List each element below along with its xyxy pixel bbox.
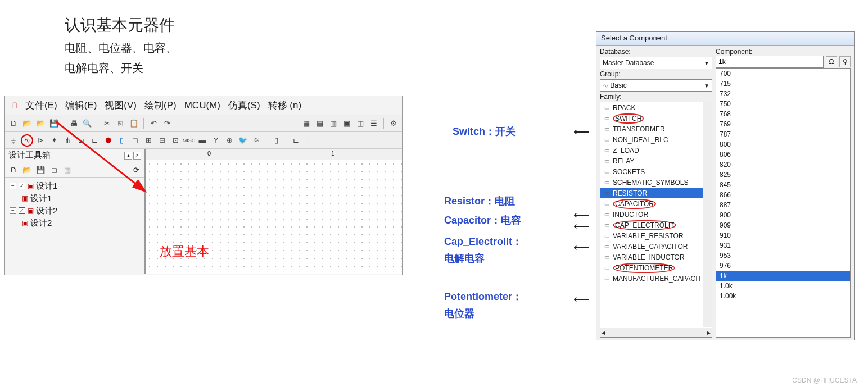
component-item[interactable]: 768 [716, 109, 850, 119]
component-item[interactable]: 909 [716, 220, 850, 230]
panel-close-icon[interactable]: × [133, 152, 141, 160]
pt-b-icon[interactable]: ◻ [49, 165, 59, 175]
family-item[interactable]: ▭RELAY [600, 156, 712, 166]
component-input[interactable] [716, 56, 824, 68]
family-item[interactable]: ▭INDUCTOR [600, 209, 712, 220]
family-item[interactable]: ▭SOCKETS [600, 166, 712, 177]
family-item[interactable]: ▭MANUFACTURER_CAPACIT [600, 273, 712, 284]
component-item[interactable]: 887 [716, 200, 850, 210]
undo-icon[interactable]: ↶ [147, 117, 160, 130]
component-item[interactable]: 866 [716, 190, 850, 200]
family-item[interactable]: ▭TRANSFORMER [600, 124, 712, 134]
t2-k-icon[interactable]: MISC [183, 134, 195, 147]
t2-n-icon[interactable]: ⊕ [223, 134, 236, 147]
tree-node-1[interactable]: − ✓ ▣ 设计1 [10, 180, 141, 192]
pt-open-icon[interactable]: 📂 [22, 165, 32, 175]
database-combo[interactable]: Master Database ▼ [600, 57, 712, 69]
t2-d-icon[interactable]: ⊏ [88, 134, 101, 147]
hscrollbar[interactable]: ◂▸ [600, 328, 712, 337]
tb-c-icon[interactable]: ▥ [327, 117, 340, 130]
family-item[interactable]: ▭VARIABLE_INDUCTOR [600, 252, 712, 262]
family-item[interactable]: ▭NON_IDEAL_RLC [600, 134, 712, 145]
t2-p-icon[interactable]: ≋ [250, 134, 263, 147]
tree-node-1a[interactable]: ▣ 设计1 [22, 192, 141, 204]
ground-icon[interactable]: ⏚ [7, 134, 20, 147]
family-item[interactable]: ▭RPACK [600, 102, 712, 113]
family-item[interactable]: ▭CAPACITOR [600, 198, 712, 209]
t2-c-icon[interactable]: ⊐ [75, 134, 87, 147]
t2-m-icon[interactable]: Y [210, 134, 222, 147]
component-item[interactable]: 1.00k [716, 291, 850, 301]
pt-new-icon[interactable]: 🗋 [8, 165, 19, 175]
t2-s-icon[interactable]: ⌐ [303, 134, 315, 147]
component-item[interactable]: 750 [716, 99, 850, 109]
tb-e-icon[interactable]: ◫ [354, 117, 367, 130]
family-item[interactable]: ▭SCHEMATIC_SYMBOLS [600, 177, 712, 188]
t2-l-icon[interactable]: ▬ [196, 134, 209, 147]
component-item[interactable]: 787 [716, 129, 850, 139]
family-item[interactable]: ▭VARIABLE_RESISTOR [600, 230, 712, 241]
component-item[interactable]: 976 [716, 261, 850, 271]
pt-d-icon[interactable]: ⟳ [131, 165, 141, 175]
menu-sim[interactable]: 仿真(S) [228, 99, 260, 112]
family-item[interactable]: ▭Z_LOAD [600, 145, 712, 156]
menu-file[interactable]: 文件(E) [25, 99, 57, 112]
paste-icon[interactable]: 📋 [128, 117, 140, 130]
component-item[interactable]: 820 [716, 160, 850, 170]
checkbox-icon[interactable]: ✓ [19, 207, 25, 214]
tb-d-icon[interactable]: ▣ [341, 117, 353, 130]
menu-view[interactable]: 视图(V) [105, 99, 137, 112]
preview-icon[interactable]: 🔍 [81, 117, 93, 130]
open2-icon[interactable]: 📂 [34, 117, 47, 130]
source-icon[interactable]: ∿ [21, 134, 33, 147]
tree-node-2a[interactable]: ▣ 设计2 [22, 217, 141, 229]
collapse-icon[interactable]: − [10, 183, 16, 189]
family-item[interactable]: ▭VARIABLE_CAPACITOR [600, 241, 712, 252]
t2-h-icon[interactable]: ⊞ [142, 134, 155, 147]
t2-g-icon[interactable]: ◻ [129, 134, 141, 147]
t2-e-icon[interactable]: ⬢ [102, 134, 114, 147]
menu-transfer[interactable]: 转移 (n) [268, 99, 302, 112]
t2-b-icon[interactable]: ⋔ [61, 134, 74, 147]
component-item[interactable]: 700 [716, 69, 850, 79]
component-item[interactable]: 1.0k [716, 281, 850, 291]
t2-o-icon[interactable]: 🐦 [237, 134, 249, 147]
save-icon[interactable]: 💾 [48, 117, 60, 130]
component-item[interactable]: 806 [716, 149, 850, 160]
menu-mcu[interactable]: MCU(M) [184, 100, 220, 111]
t2-j-icon[interactable]: ⊡ [169, 134, 182, 147]
t2-q-icon[interactable]: ▯ [270, 134, 282, 147]
family-list[interactable]: ▭RPACK▭SWITCH▭TRANSFORMER▭NON_IDEAL_RLC▭… [600, 102, 712, 338]
t2-i-icon[interactable]: ⊟ [156, 134, 168, 147]
t2-r-icon[interactable]: ⊏ [290, 134, 302, 147]
family-item[interactable]: ▭CAP_ELECTROLIT [600, 220, 712, 230]
component-item[interactable]: 1k [716, 271, 850, 281]
menu-draw[interactable]: 绘制(P) [144, 99, 177, 112]
checkbox-icon[interactable]: ✓ [19, 183, 25, 189]
family-item[interactable]: ▭POTENTIOMETER [600, 262, 712, 273]
pt-save-icon[interactable]: 💾 [35, 165, 46, 175]
component-item[interactable]: 845 [716, 180, 850, 190]
collapse-icon[interactable]: − [10, 207, 16, 214]
scrollbar[interactable] [703, 102, 712, 327]
panel-min-icon[interactable]: ▴ [124, 152, 132, 160]
component-item[interactable]: 900 [716, 210, 850, 220]
pt-c-icon[interactable]: ▦ [62, 165, 73, 175]
new-icon[interactable]: 🗋 [7, 117, 20, 130]
component-item[interactable]: 825 [716, 170, 850, 180]
group-combo[interactable]: ∿ Basic ▼ [600, 79, 712, 92]
open-icon[interactable]: 📂 [21, 117, 33, 130]
menu-edit[interactable]: 编辑(E) [65, 99, 97, 112]
component-item[interactable]: 769 [716, 119, 850, 129]
cut-icon[interactable]: ✂ [101, 117, 113, 130]
redo-icon[interactable]: ↷ [161, 117, 173, 130]
copy-icon[interactable]: ⎘ [114, 117, 126, 130]
tb-f-icon[interactable]: ☰ [368, 117, 380, 130]
tb-g-icon[interactable]: ⚙ [387, 117, 400, 130]
component-item[interactable]: 931 [716, 240, 850, 251]
t2-a-icon[interactable]: ✦ [48, 134, 60, 147]
diode-icon[interactable]: ⊳ [34, 134, 47, 147]
tb-a-icon[interactable]: ▦ [300, 117, 313, 130]
tb-b-icon[interactable]: ▤ [314, 117, 326, 130]
component-item[interactable]: 800 [716, 139, 850, 149]
